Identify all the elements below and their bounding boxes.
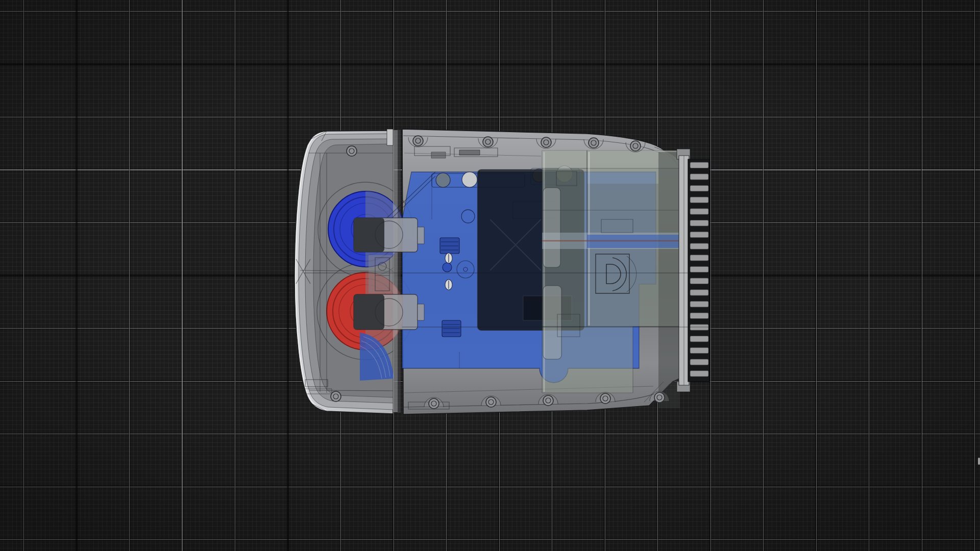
- plate-screw: [445, 253, 452, 263]
- plate-screw: [445, 280, 452, 290]
- motor-box-rear[interactable]: [354, 294, 424, 330]
- device-model[interactable]: [0, 0, 980, 551]
- axle-band: [542, 233, 684, 249]
- scrollbar-thumb[interactable]: [978, 458, 980, 465]
- motor-box-front[interactable]: [354, 218, 424, 252]
- focus-gear[interactable]: [688, 159, 709, 382]
- wheel-pocket-detail: [369, 255, 393, 293]
- seam-tab: [387, 129, 393, 145]
- capacitor: [442, 320, 461, 337]
- plate-knob: [443, 263, 452, 272]
- shell-seam: [393, 129, 403, 414]
- viewport-canvas[interactable]: [0, 0, 980, 551]
- lens-barrel[interactable]: [542, 151, 684, 408]
- capacitor: [440, 238, 459, 254]
